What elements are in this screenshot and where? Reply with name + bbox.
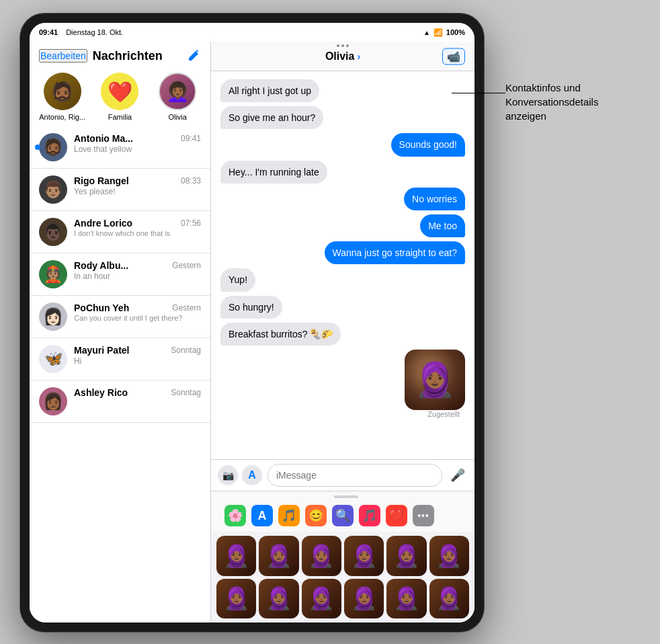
audio-icon: 🎵 bbox=[282, 508, 296, 523]
edit-button[interactable]: Bearbeiten bbox=[39, 49, 87, 63]
conv-item-antonio[interactable]: 🧔🏾 Antonio Ma... 09:41 Love that yellow bbox=[30, 126, 210, 169]
conv-preview-rigo: Yes please! bbox=[74, 187, 201, 196]
conversation-list: 🧔🏾 Antonio Ma... 09:41 Love that yellow bbox=[30, 126, 210, 622]
msg-8: Yup! bbox=[220, 268, 465, 291]
conv-preview-rody: In an hour bbox=[74, 272, 201, 281]
audio-button[interactable]: 🎵 bbox=[278, 505, 300, 526]
memoji-grid-item-1[interactable]: 🧕🏾 bbox=[216, 536, 256, 575]
video-icon: 📹 bbox=[447, 50, 460, 62]
msg-1: All right I just got up bbox=[220, 79, 465, 102]
wifi-icon: 📶 bbox=[434, 28, 443, 37]
unread-dot bbox=[35, 145, 40, 150]
appstore-icon: A bbox=[258, 509, 267, 523]
chat-contact-name[interactable]: Olivia › bbox=[325, 50, 360, 63]
memoji-grid-item-7[interactable]: 🧕🏾 bbox=[216, 579, 256, 618]
bubble-sent-6: Me too bbox=[420, 214, 465, 237]
msg-3: Sounds good! bbox=[220, 133, 465, 156]
pinned-avatar-antonio: 🧔🏾 bbox=[44, 73, 81, 110]
conv-item-pochun[interactable]: 👩🏻 PoChun Yeh Gestern Can you cover it u… bbox=[30, 296, 210, 338]
pinned-avatar-familia: ❤️ bbox=[101, 73, 138, 110]
conv-avatar-antonio: 🧔🏾 bbox=[39, 133, 67, 161]
conv-item-rody[interactable]: 👲🏽 Rody Albu... Gestern In an hour bbox=[30, 253, 210, 296]
pinned-contact-antonio[interactable]: 🧔🏾 Antonio, Rig... bbox=[38, 73, 87, 121]
music-button[interactable]: 🎵 bbox=[359, 505, 380, 526]
memoji-button[interactable]: 😊 bbox=[305, 505, 327, 526]
messages-header: Bearbeiten Nachrichten bbox=[30, 42, 210, 67]
app-icons-row: 🌸 A 🎵 😊 🔍 bbox=[211, 491, 475, 532]
conv-details-antonio: Antonio Ma... 09:41 Love that yellow bbox=[74, 133, 201, 154]
chat-title-area[interactable]: Olivia › bbox=[325, 50, 360, 63]
input-bar: 📷 A 🎤 bbox=[211, 459, 475, 491]
memoji-grid-item-3[interactable]: 🧕🏾 bbox=[302, 536, 341, 575]
msg-6: Me too bbox=[220, 214, 465, 237]
conv-item-mayuri[interactable]: 🦋 Mayuri Patel Sonntag Hi bbox=[30, 338, 210, 380]
conv-item-ashley[interactable]: 👩🏾 Ashley Rico Sonntag bbox=[30, 380, 210, 423]
more-icon: ••• bbox=[417, 510, 429, 521]
conv-details-andre: Andre Lorico 07:56 I don't know which on… bbox=[74, 218, 201, 237]
conv-time-antonio: 09:41 bbox=[181, 134, 201, 143]
memoji-grid: 🧕🏾 🧕🏾 🧕🏾 🧕🏾 🧕🏾 🧕🏾 🧕🏾 🧕🏾 🧕🏾 🧕🏾 🧕🏾 🧕🏾 bbox=[211, 532, 475, 622]
conv-name-mayuri: Mayuri Patel bbox=[74, 345, 129, 356]
messages-list-panel: Bearbeiten Nachrichten 🧔🏾 bbox=[30, 42, 211, 622]
conv-details-pochun: PoChun Yeh Gestern Can you cover it unti… bbox=[74, 303, 201, 322]
status-time: 09:41 bbox=[39, 28, 58, 36]
memoji-grid-item-11[interactable]: 🧕🏾 bbox=[386, 579, 426, 618]
pinned-name-familia: Familia bbox=[108, 113, 132, 121]
conv-name-rody: Rody Albu... bbox=[74, 260, 128, 271]
pinned-contact-olivia[interactable]: 👩🏾‍🦱 Olivia bbox=[153, 73, 202, 121]
message-input[interactable] bbox=[267, 464, 442, 487]
memoji-sticker: 🧕🏾 bbox=[405, 350, 465, 410]
photos-icon: 🌸 bbox=[228, 508, 243, 523]
memoji-grid-item-6[interactable]: 🧕🏾 bbox=[429, 536, 469, 575]
conv-details-ashley: Ashley Rico Sonntag bbox=[74, 387, 201, 399]
memoji-grid-item-5[interactable]: 🧕🏾 bbox=[386, 536, 426, 575]
music-icon: 🎵 bbox=[362, 508, 377, 523]
chevron-right-icon: › bbox=[357, 51, 360, 62]
mic-button[interactable]: 🎤 bbox=[448, 465, 468, 485]
memoji-grid-item-12[interactable]: 🧕🏾 bbox=[429, 579, 469, 618]
status-bar: 09:41 Dienstag 18. Okt. ▲ 📶 100% bbox=[30, 23, 475, 42]
conv-preview-andre: I don't know which one that is bbox=[74, 229, 201, 237]
pinned-avatar-olivia: 👩🏾‍🦱 bbox=[159, 73, 196, 110]
memoji-grid-item-10[interactable]: 🧕🏾 bbox=[344, 579, 384, 618]
conv-details-rody: Rody Albu... Gestern In an hour bbox=[74, 260, 201, 281]
bubble-sent-3: Sounds good! bbox=[391, 133, 465, 156]
conv-name-rigo: Rigo Rangel bbox=[74, 175, 129, 186]
conv-item-andre[interactable]: 👨🏿 Andre Lorico 07:56 I don't know which… bbox=[30, 211, 210, 253]
location-icon: ▲ bbox=[423, 29, 430, 36]
appstore-button[interactable]: A bbox=[251, 505, 273, 526]
compose-button[interactable] bbox=[186, 48, 201, 63]
more-apps-button[interactable]: ••• bbox=[413, 505, 434, 526]
camera-icon: 📷 bbox=[222, 470, 234, 481]
apps-icon: A bbox=[248, 469, 256, 481]
bubble-received-9: So hungry! bbox=[220, 296, 282, 319]
conv-time-rigo: 08:33 bbox=[181, 176, 201, 186]
msg-5: No worries bbox=[220, 188, 465, 210]
conv-name-antonio: Antonio Ma... bbox=[74, 133, 133, 144]
conv-avatar-mayuri: 🦋 bbox=[39, 345, 67, 373]
bubble-received-1: All right I just got up bbox=[220, 79, 319, 102]
bubble-received-4: Hey... I'm running late bbox=[220, 161, 327, 184]
memoji-icon: 😊 bbox=[308, 508, 323, 523]
status-right: ▲ 📶 100% bbox=[423, 28, 465, 37]
drag-handle bbox=[334, 495, 358, 498]
apps-button[interactable]: A bbox=[242, 465, 262, 485]
messages-area: All right I just got up So give me an ho… bbox=[211, 71, 475, 459]
annotation-line bbox=[452, 93, 505, 93]
conv-details-mayuri: Mayuri Patel Sonntag Hi bbox=[74, 345, 201, 366]
conv-item-rigo[interactable]: 👨🏽 Rigo Rangel 08:33 Yes please! bbox=[30, 169, 210, 211]
pinned-contact-familia[interactable]: ❤️ Familia bbox=[95, 73, 144, 121]
memoji-grid-item-4[interactable]: 🧕🏾 bbox=[344, 536, 384, 575]
camera-button[interactable]: 📷 bbox=[218, 465, 238, 485]
heart-button[interactable]: ❤️ bbox=[386, 505, 407, 526]
video-call-area[interactable]: 📹 bbox=[442, 48, 465, 65]
pinned-name-antonio: Antonio, Rig... bbox=[39, 113, 85, 121]
memoji-grid-item-9[interactable]: 🧕🏾 bbox=[302, 579, 341, 618]
memoji-grid-item-2[interactable]: 🧕🏾 bbox=[259, 536, 298, 575]
conv-time-mayuri: Sonntag bbox=[171, 346, 201, 355]
photos-app-button[interactable]: 🌸 bbox=[224, 505, 246, 526]
bubble-received-10: Breakfast burritos? 🌯🌮 bbox=[220, 323, 341, 346]
memoji-grid-item-8[interactable]: 🧕🏾 bbox=[259, 579, 298, 618]
search-icon: 🔍 bbox=[335, 508, 350, 523]
search-button[interactable]: 🔍 bbox=[332, 505, 354, 526]
